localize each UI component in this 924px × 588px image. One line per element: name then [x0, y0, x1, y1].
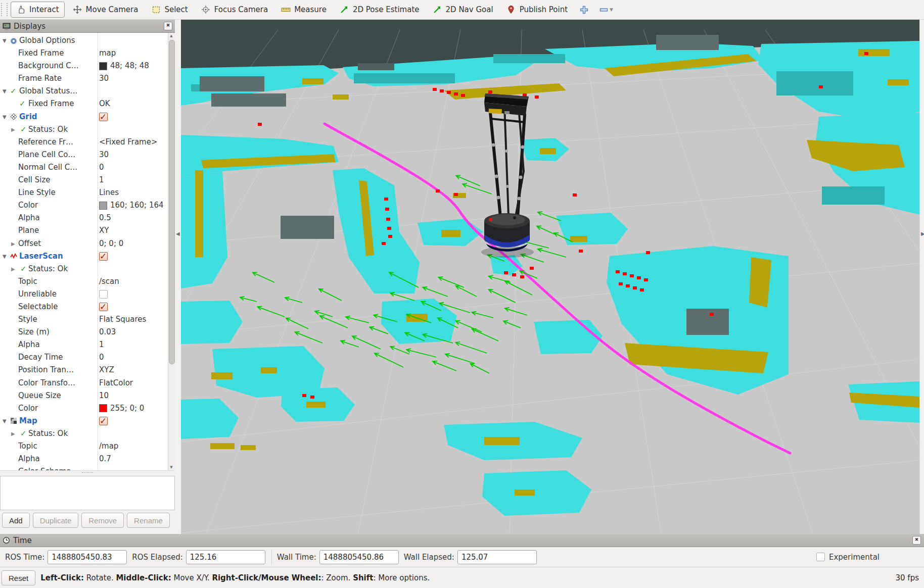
prop-row-status-ok[interactable]: ▶✓Status: Ok — [0, 123, 168, 136]
prop-value[interactable]: /scan — [99, 275, 119, 288]
tool-publish-point[interactable]: Publish Point — [501, 2, 573, 17]
prop-checkbox[interactable] — [99, 303, 108, 311]
tool-interact[interactable]: Interact — [11, 2, 65, 18]
duplicate-button[interactable]: Duplicate — [33, 513, 79, 528]
prop-row-fixed-frame[interactable]: Fixed Framemap — [0, 47, 168, 60]
tool-move-camera[interactable]: Move Camera — [68, 2, 144, 17]
expander-icon[interactable]: ▶ — [11, 237, 15, 250]
expander-icon[interactable]: ▶ — [11, 263, 15, 275]
expander-icon[interactable]: ▶ — [11, 123, 15, 136]
display-enabled-checkbox[interactable] — [99, 113, 108, 121]
prop-value[interactable]: 0; 0; 0 — [99, 237, 123, 250]
time-close-icon[interactable]: ✖ — [912, 536, 921, 545]
prop-row-topic[interactable]: Topic/map — [0, 440, 168, 453]
prop-checkbox[interactable] — [99, 290, 108, 299]
3d-viewport[interactable] — [181, 20, 919, 534]
tool-measure[interactable]: Measure — [276, 2, 332, 17]
expander-icon[interactable]: ▼ — [3, 85, 7, 97]
panel-splitter-handle[interactable] — [0, 470, 175, 476]
prop-row-unreliable[interactable]: Unreliable — [0, 288, 168, 301]
display-row-laserscan[interactable]: ▼LaserScan — [0, 250, 168, 263]
expander-icon[interactable]: ▼ — [3, 111, 7, 123]
scrollbar-up-icon[interactable]: ▲ — [168, 33, 174, 39]
prop-row-plane-cell-co[interactable]: Plane Cell Co…30 — [0, 149, 168, 161]
toolbar-grip[interactable] — [1, 3, 8, 16]
prop-row-alpha[interactable]: Alpha0.5 — [0, 212, 168, 224]
rename-button[interactable]: Rename — [127, 513, 170, 528]
prop-value[interactable]: 0.5 — [99, 212, 111, 224]
display-row-grid[interactable]: ▼Grid — [0, 111, 168, 123]
tree-scrollbar[interactable]: ▲ ▼ — [168, 33, 175, 470]
collapse-right-icon[interactable]: ▶ — [921, 231, 924, 236]
prop-value[interactable]: 10 — [99, 389, 109, 402]
prop-row-line-style[interactable]: Line StyleLines — [0, 186, 168, 199]
prop-value[interactable]: 1 — [99, 174, 104, 186]
wall-elapsed-input[interactable]: 125.07 — [457, 550, 537, 564]
prop-value[interactable]: 0.03 — [99, 326, 116, 338]
prop-row-decay-time[interactable]: Decay Time0 — [0, 351, 168, 364]
collapse-left-icon[interactable]: ◀ — [176, 231, 180, 236]
display-enabled-checkbox[interactable] — [99, 417, 108, 425]
prop-value[interactable] — [99, 301, 108, 313]
group-row-global-status[interactable]: ▼✓Global Status… — [0, 85, 168, 97]
right-splitter[interactable]: ▶ — [919, 20, 924, 534]
scrollbar-thumb[interactable] — [169, 40, 175, 364]
prop-value[interactable]: 0 — [99, 351, 104, 364]
display-row-map[interactable]: ▼Map — [0, 415, 168, 427]
prop-value[interactable]: <Fixed Frame> — [99, 136, 158, 149]
prop-row-plane[interactable]: PlaneXY — [0, 224, 168, 237]
prop-row-color-transfo[interactable]: Color Transfo…FlatColor — [0, 377, 168, 389]
prop-value[interactable]: 160; 160; 164 — [99, 199, 164, 212]
prop-row-alpha[interactable]: Alpha0.7 — [0, 453, 168, 465]
scrollbar-down-icon[interactable]: ▼ — [168, 464, 174, 470]
prop-row-style[interactable]: StyleFlat Squares — [0, 313, 168, 326]
remove-tool-button[interactable]: ▼ — [599, 7, 613, 12]
prop-value[interactable]: 0 — [99, 161, 104, 174]
prop-row-cell-size[interactable]: Cell Size1 — [0, 174, 168, 186]
prop-value[interactable]: Flat Squares — [99, 313, 146, 326]
tool-2d-pose-estimate[interactable]: 2D Pose Estimate — [335, 2, 425, 17]
prop-value[interactable]: FlatColor — [99, 377, 133, 389]
prop-value[interactable]: /map — [99, 440, 118, 453]
tool-dropdown-arrow[interactable]: ▼ — [610, 7, 613, 12]
prop-row-status-ok[interactable]: ▶✓Status: Ok — [0, 263, 168, 275]
prop-row-reference-fr[interactable]: Reference Fr…<Fixed Frame> — [0, 136, 168, 149]
prop-value[interactable]: 0.7 — [99, 453, 111, 465]
group-row-global-options[interactable]: ▼Global Options — [0, 34, 168, 47]
tool-select[interactable]: Select — [146, 2, 193, 17]
prop-value[interactable]: 30 — [99, 72, 109, 85]
prop-value[interactable]: 48; 48; 48 — [99, 60, 149, 72]
ros-elapsed-input[interactable]: 125.16 — [186, 550, 265, 564]
prop-row-position-tran[interactable]: Position Tran…XYZ — [0, 364, 168, 376]
prop-row-offset[interactable]: ▶Offset0; 0; 0 — [0, 237, 168, 250]
prop-value[interactable]: Lines — [99, 186, 119, 199]
tool-2d-nav-goal[interactable]: 2D Nav Goal — [428, 2, 498, 17]
prop-row-background-c[interactable]: Background C…48; 48; 48 — [0, 60, 168, 72]
prop-value[interactable]: XYZ — [99, 364, 114, 376]
tool-focus-camera[interactable]: Focus Camera — [196, 2, 273, 17]
prop-row-topic[interactable]: Topic/scan — [0, 275, 168, 288]
prop-value[interactable]: XY — [99, 224, 109, 237]
prop-row-size-m[interactable]: Size (m)0.03 — [0, 326, 168, 338]
prop-row-color[interactable]: Color255; 0; 0 — [0, 402, 168, 415]
prop-row-color-scheme[interactable]: Color Scheme — [0, 465, 168, 470]
expander-icon[interactable]: ▼ — [3, 250, 7, 263]
wall-time-input[interactable]: 1488805450.86 — [319, 550, 399, 564]
prop-value[interactable]: 30 — [99, 149, 109, 161]
prop-value[interactable]: 255; 0; 0 — [99, 402, 144, 415]
expander-icon[interactable]: ▼ — [3, 34, 7, 47]
prop-value[interactable]: 1 — [99, 338, 104, 351]
ros-time-input[interactable]: 1488805450.83 — [48, 550, 127, 564]
remove-button[interactable]: Remove — [81, 513, 124, 528]
experimental-checkbox[interactable] — [816, 553, 825, 561]
left-splitter[interactable]: ◀ — [175, 20, 181, 534]
reset-button[interactable]: Reset — [2, 570, 35, 585]
display-enabled-checkbox[interactable] — [99, 252, 108, 261]
prop-row-frame-rate[interactable]: Frame Rate30 — [0, 72, 168, 85]
prop-value[interactable] — [99, 288, 108, 301]
prop-row-normal-cell-c[interactable]: Normal Cell C…0 — [0, 161, 168, 174]
add-tool-button[interactable] — [580, 6, 588, 14]
prop-row-queue-size[interactable]: Queue Size10 — [0, 389, 168, 402]
expander-icon[interactable]: ▼ — [3, 415, 7, 427]
prop-row-color[interactable]: Color160; 160; 164 — [0, 199, 168, 212]
